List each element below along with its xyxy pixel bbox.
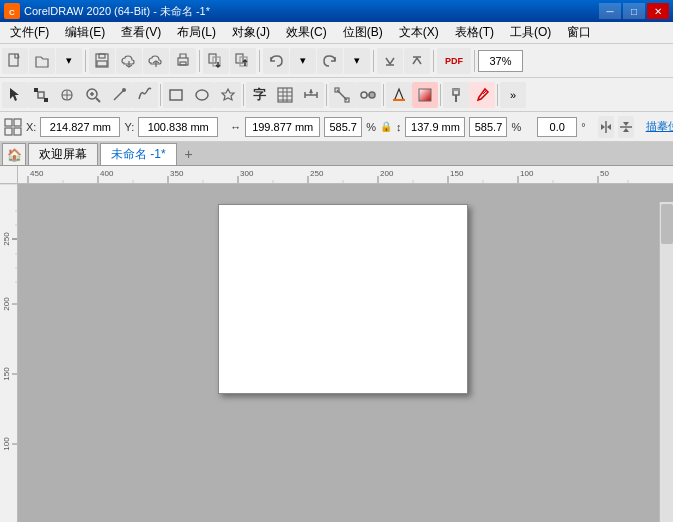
mirror-v-button[interactable] [618, 116, 634, 138]
svg-marker-32 [222, 89, 234, 100]
svg-rect-49 [393, 99, 405, 101]
svg-rect-20 [38, 92, 44, 98]
svg-text:100: 100 [520, 169, 534, 178]
star-tool[interactable] [215, 82, 241, 108]
separator-5 [433, 50, 434, 72]
eyedropper-tool[interactable] [469, 82, 495, 108]
left-ruler-svg: 250 200 150 100 [0, 184, 18, 522]
svg-rect-56 [14, 119, 21, 126]
connector-tool[interactable] [329, 82, 355, 108]
svg-point-29 [122, 88, 126, 92]
interactive-fill[interactable] [412, 82, 438, 108]
page-document[interactable] [218, 204, 468, 394]
rotate-input[interactable]: 0.0 [537, 117, 577, 137]
zoom-tool[interactable] [80, 82, 106, 108]
menu-tools[interactable]: 工具(O) [502, 22, 559, 44]
hammer-tool[interactable] [443, 82, 469, 108]
svg-rect-22 [44, 98, 48, 102]
pen-tool[interactable] [106, 82, 132, 108]
sep-t5 [440, 84, 441, 106]
svg-rect-30 [170, 90, 182, 100]
menu-edit[interactable]: 编辑(E) [57, 22, 113, 44]
svg-text:200: 200 [380, 169, 394, 178]
h-input[interactable]: 137.9 mm [405, 117, 465, 137]
property-bar: X: 214.827 mm Y: 100.838 mm ↔ 199.877 mm… [0, 112, 673, 142]
nav-up-button[interactable] [404, 48, 430, 74]
svg-rect-55 [5, 119, 12, 126]
svg-text:C: C [9, 8, 15, 17]
blend-tool[interactable] [355, 82, 381, 108]
new-button[interactable] [2, 48, 28, 74]
menu-bitmap[interactable]: 位图(B) [335, 22, 391, 44]
w-pct-input[interactable]: 585.7 [324, 117, 362, 137]
mirror-h-button[interactable] [598, 116, 614, 138]
menu-layout[interactable]: 布局(L) [169, 22, 224, 44]
svg-text:50: 50 [600, 169, 609, 178]
fill-tool[interactable] [386, 82, 412, 108]
scroll-thumb-v[interactable] [661, 204, 673, 244]
tab-add-button[interactable]: + [179, 145, 199, 163]
minimize-button[interactable]: ─ [599, 3, 621, 19]
dimension-tool[interactable] [298, 82, 324, 108]
canvas-background [18, 184, 673, 522]
tab-welcome[interactable]: 欢迎屏幕 [28, 143, 98, 165]
svg-line-26 [96, 98, 100, 102]
transform-tool[interactable] [54, 82, 80, 108]
open-recent-button[interactable]: ▾ [56, 48, 82, 74]
tab-home-button[interactable]: 🏠 [2, 143, 26, 165]
nav-down-button[interactable] [377, 48, 403, 74]
more-tools[interactable]: » [500, 82, 526, 108]
x-input[interactable]: 214.827 mm [40, 117, 120, 137]
select-tool[interactable] [2, 82, 28, 108]
svg-marker-63 [623, 122, 629, 126]
separator-2 [199, 50, 200, 72]
redo-list-button[interactable]: ▾ [344, 48, 370, 74]
menu-view[interactable]: 查看(V) [113, 22, 169, 44]
svg-marker-61 [607, 124, 611, 130]
ellipse-tool[interactable] [189, 82, 215, 108]
redo-button[interactable] [317, 48, 343, 74]
top-ruler-svg: 450 400 350 300 250 200 150 100 50 [18, 166, 673, 184]
print-button[interactable] [170, 48, 196, 74]
desc-label[interactable]: 描摹位图①▼ [646, 119, 673, 134]
undo-list-button[interactable]: ▾ [290, 48, 316, 74]
w-input[interactable]: 199.877 mm [245, 117, 320, 137]
separator-6 [474, 50, 475, 72]
menu-table[interactable]: 表格(T) [447, 22, 502, 44]
open-button[interactable] [29, 48, 55, 74]
vertical-scrollbar[interactable] [659, 202, 673, 522]
rect-tool[interactable] [163, 82, 189, 108]
separator-4 [373, 50, 374, 72]
menu-effects[interactable]: 效果(C) [278, 22, 335, 44]
text-tool[interactable]: 字 [246, 82, 272, 108]
y-label: Y: [124, 121, 134, 133]
pct-2-label: % [511, 121, 521, 133]
cloud-upload-button[interactable] [143, 48, 169, 74]
tab-active[interactable]: 未命名 -1* [100, 143, 177, 165]
close-button[interactable]: ✕ [647, 3, 669, 19]
menu-window[interactable]: 窗口 [559, 22, 599, 44]
h-pct-input[interactable]: 585.7 [469, 117, 507, 137]
save-button[interactable] [89, 48, 115, 74]
svg-marker-64 [623, 128, 629, 132]
cloud-save-button[interactable] [116, 48, 142, 74]
menu-object[interactable]: 对象(J) [224, 22, 278, 44]
svg-text:100: 100 [2, 437, 11, 451]
menu-file[interactable]: 文件(F) [2, 22, 57, 44]
svg-rect-2 [9, 54, 18, 66]
table-tool[interactable] [272, 82, 298, 108]
canvas-area[interactable] [18, 184, 673, 522]
sep-t2 [243, 84, 244, 106]
undo-button[interactable] [263, 48, 289, 74]
maximize-button[interactable]: □ [623, 3, 645, 19]
lock-icon[interactable]: 🔒 [380, 120, 392, 134]
import-button[interactable] [203, 48, 229, 74]
export-button[interactable] [230, 48, 256, 74]
pdf-button[interactable]: PDF [437, 48, 471, 74]
menu-text[interactable]: 文本(X) [391, 22, 447, 44]
freehand-tool[interactable] [132, 82, 158, 108]
y-input[interactable]: 100.838 mm [138, 117, 218, 137]
zoom-input[interactable]: 37% [478, 50, 523, 72]
tab-bar: 🏠 欢迎屏幕 未命名 -1* + [0, 142, 673, 166]
node-tool[interactable] [28, 82, 54, 108]
